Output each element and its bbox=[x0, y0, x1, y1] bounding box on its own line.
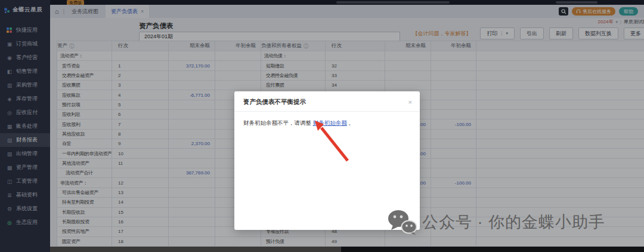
dialog-message: 财务初始余额不平，请调整 bbox=[243, 119, 311, 126]
close-icon[interactable]: × bbox=[408, 99, 412, 106]
initial-balance-link[interactable]: 财务初始余额 bbox=[313, 119, 347, 126]
app-window: 金蝶云星辰 快捷应用▣订货商城◉客户经营◧销售管理▥采购管理◈库存管理◎应收应付… bbox=[0, 0, 644, 252]
dialog-header: 资产负债表不平衡提示 × bbox=[234, 91, 420, 112]
dialog-title: 资产负债表不平衡提示 bbox=[243, 98, 306, 106]
dialog-body: 财务初始余额不平，请调整 财务初始余额 。 bbox=[234, 112, 420, 135]
imbalance-dialog: 资产负债表不平衡提示 × 财务初始余额不平，请调整 财务初始余额 。 bbox=[234, 91, 420, 230]
dialog-message-suffix: 。 bbox=[348, 119, 354, 126]
